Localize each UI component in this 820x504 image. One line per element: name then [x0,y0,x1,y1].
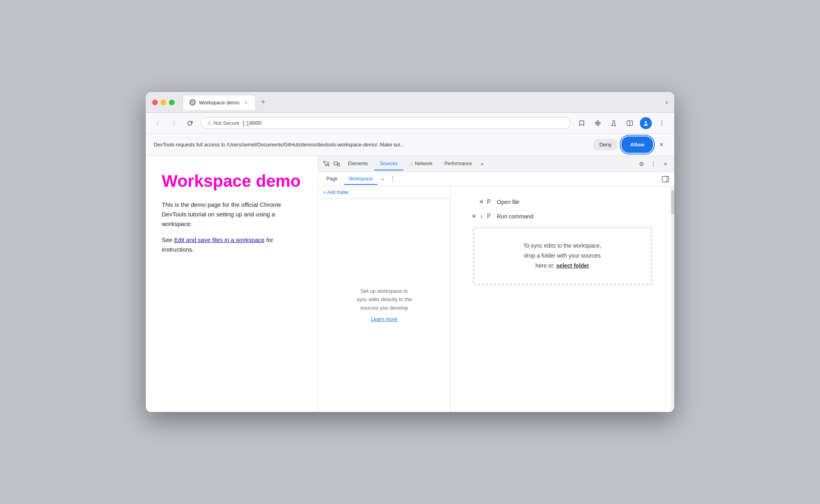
drop-zone-text-1: To sync edits to the workspace, [523,242,601,249]
svg-rect-15 [662,176,669,182]
devtools-close-button[interactable]: × [660,158,671,170]
permission-text: DevTools requests full access to /Users/… [154,142,588,148]
svg-point-9 [645,121,647,123]
sources-subtabs: Page Workspace » ⋮ [318,172,674,186]
body-paragraph-1: This is the demo page for the official C… [162,200,302,229]
subtab-page[interactable]: Page [322,174,342,185]
sidebar-toggle-button[interactable] [660,174,671,185]
shortcut-run-command: ⌘ ⇧ P Run command [466,213,658,220]
subtabs-more-button[interactable]: » [379,175,386,183]
add-folder-button[interactable]: + Add folder [318,186,450,199]
tab-network[interactable]: ⚠Network [404,158,438,170]
maximize-button[interactable] [169,100,175,105]
banner-close-button[interactable]: × [657,140,666,150]
tab-elements[interactable]: Elements [342,158,374,170]
subtabs-dots-button[interactable]: ⋮ [388,174,398,184]
page-body1: This is the demo page for the official C… [162,200,302,254]
reload-button[interactable] [184,118,195,129]
shortcut-open-file-keys: ⌘ P [466,198,490,206]
svg-rect-14 [338,163,340,166]
devtools-more-button[interactable]: ⋮ [648,158,659,170]
settings-button[interactable]: ⚙ [636,158,647,170]
svg-rect-2 [595,122,597,124]
close-button[interactable] [152,100,158,105]
more-tabs-button[interactable]: » [478,160,486,168]
sources-empty-state: Set up workspace to sync edits directly … [318,199,450,412]
svg-rect-4 [597,121,599,122]
shortcut-open-file-label: Open file [497,199,519,205]
chrome-menu-button[interactable] [656,117,668,129]
warning-icon: ⚠ [207,120,212,126]
extensions-button[interactable] [592,117,604,129]
svg-point-12 [661,124,662,125]
shortcut-run-command-keys: ⌘ ⇧ P [466,213,490,220]
device-toggle-button[interactable] [332,159,342,169]
url-text: [::]:8000 [243,120,261,126]
drop-zone[interactable]: To sync edits to the workspace, drop a f… [473,227,652,285]
sources-body: + Add folder Set up workspace to sync ed… [318,186,674,412]
page-content: Workspace demo This is the demo page for… [146,156,318,412]
not-secure-label: Not Secure [213,120,239,126]
tab-performance[interactable]: Performance [439,158,478,170]
svg-rect-5 [597,124,599,126]
bookmark-button[interactable] [576,117,588,129]
allow-button[interactable]: Allow [623,138,652,152]
active-tab[interactable]: Workspace demo × [183,95,256,110]
body-paragraph-2: See Edit and save files in a workspace f… [162,235,302,254]
drop-zone-text-2: drop a folder with your sources [524,252,601,259]
toolbar-icons [576,117,668,129]
scrollbar-thumb[interactable] [671,190,674,214]
body-prefix: See [162,236,174,243]
tab-bar: Workspace demo × + › [183,95,668,110]
devtools-tabs: Elements Sources ⚠Network Performance » … [318,156,674,172]
tab-list-button[interactable]: › [665,98,668,106]
network-warning-icon: ⚠ [410,161,414,166]
drop-zone-text-3: here or: [535,262,556,269]
permission-banner: DevTools requests full access to /Users/… [146,134,674,156]
inspect-element-button[interactable] [322,159,331,169]
lab-button[interactable] [608,117,620,129]
security-indicator: ⚠ Not Secure [207,120,239,126]
forward-button[interactable] [168,118,179,129]
svg-point-10 [661,120,662,121]
page-title: Workspace demo [162,172,302,190]
traffic-lights [152,100,175,105]
minimize-button[interactable] [161,100,166,105]
learn-more-link[interactable]: Learn more [371,315,397,324]
svg-rect-13 [334,162,338,165]
sources-left-panel: + Add folder Set up workspace to sync ed… [318,186,450,412]
empty-text: Set up workspace to sync edits directly … [356,287,412,312]
devtools-panel: Elements Sources ⚠Network Performance » … [318,156,674,412]
split-button[interactable] [624,117,636,129]
tab-sources[interactable]: Sources [374,158,403,170]
svg-rect-3 [599,122,600,124]
new-tab-button[interactable]: + [257,97,269,108]
back-button[interactable] [152,118,163,129]
tab-title: Workspace demo [199,100,239,106]
scrollbar[interactable] [671,186,674,412]
sources-right-panel: ⌘ P Open file ⌘ ⇧ P Run command To sync … [450,186,674,412]
tab-close-button[interactable]: × [243,99,249,106]
workspace-link[interactable]: Edit and save files in a workspace [174,236,265,243]
tab-favicon [189,99,196,106]
shortcut-run-command-label: Run command [497,213,533,220]
subtab-workspace[interactable]: Workspace [344,174,378,185]
deny-button[interactable]: Deny [593,139,618,150]
select-folder-link[interactable]: select folder [556,262,589,269]
profile-button[interactable] [640,117,652,129]
sources-right-content: ⌘ P Open file ⌘ ⇧ P Run command To sync … [450,186,674,303]
title-bar: Workspace demo × + › [146,92,674,113]
svg-point-11 [661,122,662,123]
url-bar[interactable]: ⚠ Not Secure [::]:8000 [200,117,571,129]
shortcut-open-file: ⌘ P Open file [466,198,658,206]
address-bar: ⚠ Not Secure [::]:8000 [146,113,674,134]
content-area: Workspace demo This is the demo page for… [146,156,674,412]
browser-window: Workspace demo × + › ⚠ Not Secure [::]:8… [146,92,674,412]
